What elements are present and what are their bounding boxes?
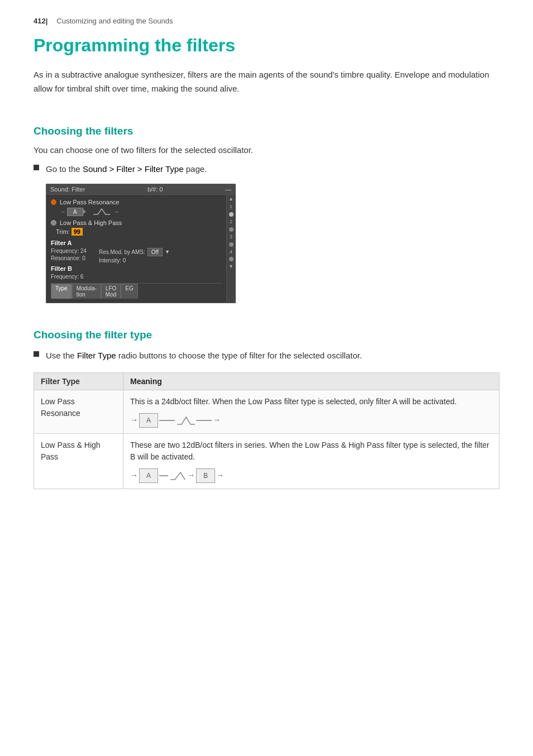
scroll-num-3: 3 — [227, 234, 235, 240]
filter-type-row-1[interactable]: Low Pass Resonance — [51, 199, 222, 205]
low-pass-resonance-label: Low Pass Resonance — [60, 199, 119, 205]
synth-panel: Sound: Filter b/#: 0 — Low Pass Resonanc… — [46, 184, 236, 303]
diag-arrow-out-1: → — [213, 414, 221, 426]
trim-label: Trim: — [56, 228, 70, 235]
diag-arrow-in-1: → — [130, 414, 138, 426]
diag-box-b-2: B — [196, 468, 215, 483]
table-cell-meaning-1: This is a 24db/oct filter. When the Low … — [123, 390, 499, 433]
res-mod-value[interactable]: Off — [147, 248, 163, 256]
signal-flow-a: → A → — [60, 208, 222, 216]
synth-panel-scrollbar[interactable]: ▲ 1 2 3 4 ▼ — [226, 195, 235, 303]
diag-arrow-out-2: → — [216, 470, 224, 481]
trim-value[interactable]: 99 — [72, 228, 83, 236]
table-row-low-pass-resonance: Low Pass Resonance This is a 24db/oct fi… — [34, 390, 499, 433]
table-header-meaning: Meaning — [123, 372, 499, 390]
filter-type-table: Filter Type Meaning Low Pass Resonance T… — [34, 372, 499, 489]
res-mod-row: Res.Mod. by AMS: Off ▼ — [99, 248, 170, 256]
diag-arrow-in-2: → — [130, 470, 138, 481]
diag-peak-svg-1 — [176, 415, 195, 426]
tab-lfo-mod[interactable]: LFOMod — [101, 284, 121, 299]
diag-box-a-1: A — [139, 413, 158, 428]
diag-peak-svg-2 — [169, 470, 186, 481]
table-cell-type-1: Low Pass Resonance — [34, 390, 123, 433]
arrow-in: → — [60, 208, 66, 215]
scroll-num-1: 1 — [227, 204, 235, 210]
tab-type[interactable]: Type — [51, 284, 72, 299]
scroll-dot-3 — [229, 242, 234, 247]
synth-panel-bhash: b/#: 0 — [147, 186, 163, 193]
filter-a-resonance: Resonance: 0 — [51, 255, 87, 261]
tab-eg[interactable]: EG — [121, 284, 137, 299]
filter-type-row-2[interactable]: Low Pass & High Pass — [51, 219, 222, 226]
tab-modulation[interactable]: Modula-tion — [72, 284, 101, 299]
page-subtitle: Customizing and editing the Sounds — [56, 17, 173, 25]
synth-panel-title: Sound: Filter — [50, 186, 85, 193]
page-header: 412| Customizing and editing the Sounds — [34, 17, 499, 25]
diag-box-a-2: A — [139, 468, 158, 483]
bullet-icon — [34, 165, 39, 170]
bullet-filter-type-text: Use the Filter Type radio buttons to cho… — [46, 349, 362, 362]
section-choosing-filters-intro: You can choose one of two filters for th… — [34, 145, 499, 155]
table-row-low-pass-high-pass: Low Pass & High Pass These are two 12dB/… — [34, 433, 499, 489]
arrow-out: → — [113, 208, 120, 215]
tab-bar: Type Modula-tion LFOMod EG — [51, 283, 222, 299]
intro-text: As in a subtractive analogue synthesizer… — [34, 68, 492, 96]
bullet-goto-text: Go to the Sound > Filter > Filter Type p… — [46, 162, 207, 176]
table-header-filter-type: Filter Type — [34, 372, 123, 390]
filter-a-details: Frequency: 24 Resonance: 0 Res.Mod. by A… — [51, 248, 222, 264]
filter-b-freq: Frequency: 6 — [51, 274, 83, 280]
radio-low-pass-resonance[interactable] — [51, 199, 56, 205]
scroll-dot-2 — [229, 227, 234, 232]
low-pass-high-pass-label: Low Pass & High Pass — [60, 219, 122, 226]
scroll-dot-4 — [229, 257, 234, 261]
diagram-double: → A → B → — [130, 468, 492, 483]
table-cell-type-2: Low Pass & High Pass — [34, 433, 123, 489]
section-filter-type-title: Choosing the filter type — [34, 329, 499, 341]
page-number: 412| — [34, 17, 47, 25]
radio-low-pass-high-pass[interactable] — [51, 220, 56, 226]
filter-a-freq: Frequency: 24 — [51, 248, 87, 254]
scroll-num-2: 2 — [227, 219, 235, 225]
trim-row: Trim: 99 — [51, 228, 222, 235]
diagram-single: → A → — [130, 413, 492, 428]
bullet-goto-filter: Go to the Sound > Filter > Filter Type p… — [34, 162, 499, 176]
scrollbar-bottom-arrow[interactable]: ▼ — [227, 264, 235, 270]
filter-b-header: Filter B — [51, 265, 222, 272]
synth-panel-titlebar: Sound: Filter b/#: 0 — — [46, 184, 235, 195]
scroll-dot-1 — [229, 212, 234, 217]
bullet-icon-2 — [34, 351, 39, 357]
filter-a-header: Filter A — [51, 240, 222, 246]
diag-line-1 — [159, 420, 175, 421]
diag-line-2a — [159, 475, 168, 476]
dropdown-arrow-icon[interactable]: ▼ — [165, 249, 170, 255]
synth-panel-main: Low Pass Resonance → A → Low Pass & High… — [46, 195, 226, 303]
synth-panel-options[interactable]: — — [225, 186, 231, 193]
bullet-filter-type: Use the Filter Type radio buttons to cho… — [34, 349, 499, 362]
filter-a-intensity: Intensity: 0 — [99, 257, 170, 264]
scrollbar-top-arrow[interactable]: ▲ — [227, 196, 235, 202]
diag-line-1b — [196, 420, 212, 421]
diag-arrow-mid-2: → — [187, 470, 195, 481]
scroll-num-4: 4 — [227, 249, 235, 255]
signal-box-a: A — [67, 208, 83, 216]
filter-b-details: Frequency: 6 — [51, 274, 222, 280]
section-choosing-filters-title: Choosing the filters — [34, 125, 499, 137]
table-cell-meaning-2: These are two 12dB/oct filters in series… — [123, 433, 499, 489]
page-title: Programming the filters — [34, 35, 499, 56]
